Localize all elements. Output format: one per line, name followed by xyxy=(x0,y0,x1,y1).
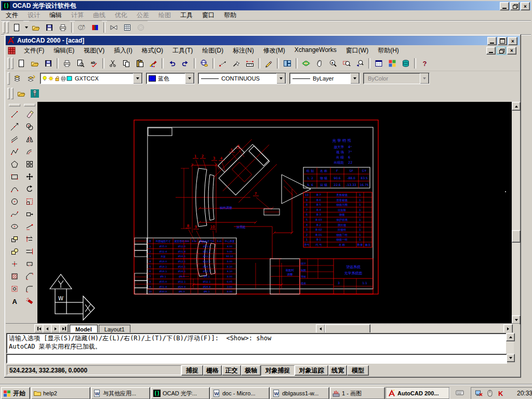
acad-menu-item[interactable]: 工具(T) xyxy=(168,45,197,56)
acad-menu-item[interactable]: 编辑(E) xyxy=(49,45,79,56)
cut-button[interactable] xyxy=(106,57,119,70)
lengthen-button[interactable] xyxy=(23,220,36,233)
taskbar-button-7[interactable]: AutoCAD 200... xyxy=(385,387,450,399)
measure-button[interactable] xyxy=(243,57,257,70)
acad-menu-item[interactable]: 文件(F) xyxy=(19,45,49,56)
glass-filter-button[interactable] xyxy=(88,21,102,34)
copy-object-button[interactable] xyxy=(23,121,36,133)
fillet-button[interactable] xyxy=(23,283,36,295)
taskbar-button-5[interactable]: Wdblgauss1-w... xyxy=(270,387,329,399)
status-toggle-对象捕捉[interactable]: 对象捕捉 xyxy=(261,365,295,376)
scale-button[interactable] xyxy=(23,195,36,208)
ocad-menu-工具[interactable]: 工具 xyxy=(176,10,197,21)
minimize-icon[interactable] xyxy=(487,37,497,45)
paste-button[interactable] xyxy=(133,57,147,70)
input-method-button[interactable] xyxy=(453,387,467,398)
distance-button[interactable] xyxy=(216,57,230,70)
spline-button[interactable] xyxy=(8,208,21,220)
print-preview-button[interactable] xyxy=(74,57,87,70)
ocad-menu-文件[interactable]: 文件 xyxy=(1,10,23,21)
multiline-text-button[interactable]: A xyxy=(8,295,21,308)
open-button[interactable] xyxy=(29,21,43,34)
circle-button[interactable] xyxy=(8,195,21,208)
taskbar-button-4[interactable]: Wdoc - Micro... xyxy=(210,387,270,399)
ucs-pencil-button[interactable] xyxy=(262,57,275,70)
close-icon[interactable]: × xyxy=(507,47,516,55)
pan-realtime-button[interactable] xyxy=(313,57,326,70)
layer-on-icon[interactable] xyxy=(42,75,48,82)
hatch-button[interactable] xyxy=(8,270,21,283)
aerial-view-button[interactable] xyxy=(372,57,385,70)
restore-icon[interactable] xyxy=(510,2,520,10)
make-block-button[interactable] xyxy=(8,245,21,258)
ellipse-button[interactable] xyxy=(8,220,21,233)
ocad-menu-编辑[interactable]: 编辑 xyxy=(45,10,66,21)
status-toggle-栅格[interactable]: 栅格 xyxy=(203,365,222,376)
command-input[interactable]: 命令: xyxy=(6,354,507,364)
acad-menu-item[interactable]: 标注(N) xyxy=(228,45,259,56)
vertical-scrollbar[interactable] xyxy=(512,102,520,323)
trim-button[interactable] xyxy=(23,233,36,245)
insert-block-button[interactable] xyxy=(8,233,21,245)
design-center-button[interactable] xyxy=(385,57,399,70)
new-button[interactable] xyxy=(15,57,28,70)
multiline-button[interactable] xyxy=(8,133,21,145)
rectangle-button[interactable] xyxy=(8,170,21,183)
network-status-icon[interactable] xyxy=(475,389,483,397)
chamfer-button[interactable] xyxy=(23,270,36,283)
minimize-icon[interactable] xyxy=(500,2,509,10)
explode-button[interactable] xyxy=(23,295,36,308)
layer-color-swatch[interactable] xyxy=(66,75,73,82)
point-button[interactable] xyxy=(8,258,21,270)
color-combo[interactable]: 蓝色 xyxy=(146,73,195,84)
quick-select-button[interactable] xyxy=(230,57,243,70)
tab-layout1[interactable]: Layout1 xyxy=(99,325,130,333)
polyline-button[interactable] xyxy=(8,145,21,158)
acad-menu-item[interactable]: XchangeWorks xyxy=(290,45,341,56)
print-button[interactable] xyxy=(56,21,70,34)
close-icon[interactable]: × xyxy=(508,37,517,45)
new-dropdown-icon[interactable] xyxy=(23,21,29,34)
break-button[interactable] xyxy=(23,258,36,270)
status-toggle-极轴[interactable]: 极轴 xyxy=(241,365,261,376)
acad-menu-item[interactable]: 视图(V) xyxy=(79,45,109,56)
ocad-menu-帮助[interactable]: 帮助 xyxy=(219,10,241,21)
print-button[interactable] xyxy=(60,57,74,70)
spot-diagram-button[interactable]: s xyxy=(75,21,88,34)
scroll-down-icon[interactable] xyxy=(506,354,515,362)
new-button[interactable] xyxy=(10,21,23,34)
polygon-button[interactable] xyxy=(8,158,21,170)
chevron-down-icon[interactable] xyxy=(276,73,286,84)
offset-button[interactable] xyxy=(23,145,36,158)
scroll-up-icon[interactable] xyxy=(512,102,521,111)
tab-last-icon[interactable] xyxy=(59,324,69,333)
drawing-canvas[interactable]: 12345678910轴向调整涂黑处光 学 特 性放大率4ˣ视 场7°出 瞳6出… xyxy=(37,102,512,323)
layer-lock-icon[interactable] xyxy=(54,75,60,82)
move-button[interactable] xyxy=(23,170,36,183)
help-button[interactable]: ? xyxy=(418,57,431,70)
arc-button[interactable] xyxy=(8,183,21,195)
chevron-down-icon[interactable] xyxy=(185,73,194,84)
mirror-button[interactable] xyxy=(23,133,36,145)
taskbar-button-1[interactable]: help2 xyxy=(31,387,90,399)
zoom-previous-button[interactable] xyxy=(353,57,367,70)
zoom-window-button[interactable] xyxy=(340,57,353,70)
close-icon[interactable]: × xyxy=(521,2,530,10)
command-history[interactable]: 请输入选项 [显示(S)/隐藏(H)/左(L)/右(R)/上(T)/下(B)/浮… xyxy=(6,333,510,354)
copy-button[interactable] xyxy=(119,57,133,70)
scrollbar-thumb[interactable] xyxy=(512,230,521,243)
undo-button[interactable] xyxy=(165,57,179,70)
redo-button[interactable] xyxy=(179,57,192,70)
taskbar-button-2[interactable]: W与其他应用... xyxy=(91,387,150,399)
status-toggle-模型[interactable]: 模型 xyxy=(347,365,369,376)
zoom-realtime-button[interactable]: ± xyxy=(326,57,340,70)
status-toggle-线宽[interactable]: 线宽 xyxy=(328,365,347,376)
acad-menu-item[interactable]: 窗口(W) xyxy=(341,45,373,56)
construction-line-button[interactable] xyxy=(8,121,21,133)
acad-menu-item[interactable]: 帮助(H) xyxy=(373,45,404,56)
horizontal-scrollbar[interactable] xyxy=(316,324,512,332)
layer-combo[interactable]: GXTCCX xyxy=(40,73,143,84)
linetype-combo[interactable]: CONTINUOUS xyxy=(198,73,286,84)
start-button[interactable]: 开始 xyxy=(1,387,30,399)
match-properties-button[interactable] xyxy=(147,57,160,70)
